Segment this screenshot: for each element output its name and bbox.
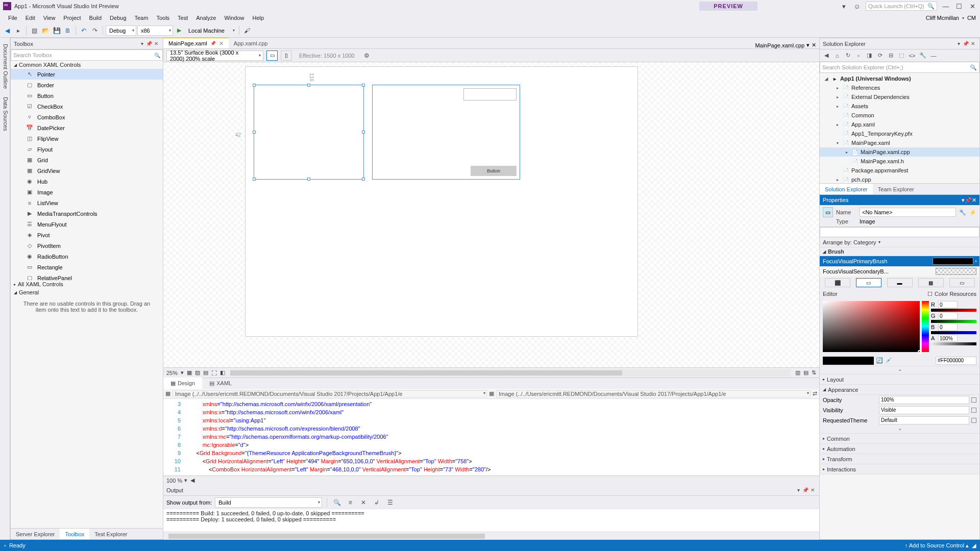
close-button[interactable]: ✕ (968, 3, 977, 10)
toolbox-group-common[interactable]: ◢Common XAML Controls (11, 61, 163, 69)
doc-tab-appxaml[interactable]: App.xaml.cpp (229, 37, 273, 48)
output-source-dropdown[interactable]: Build (215, 497, 322, 508)
find-icon[interactable]: 🔍 (332, 497, 342, 508)
code-icon[interactable]: <> (908, 51, 917, 60)
toolbox-item-button[interactable]: ▭Button (11, 90, 163, 101)
tab-document-outline[interactable]: Document Outline (0, 41, 10, 92)
color-picker[interactable]: R G B A (820, 299, 979, 355)
resource-tab[interactable]: ▭ (949, 278, 975, 287)
brush-category[interactable]: ◢Brush (820, 247, 979, 256)
close-icon[interactable]: ✕ (809, 487, 816, 493)
tab-test-explorer[interactable]: Test Explorer (89, 529, 132, 539)
zoom-value[interactable]: 25% (166, 370, 178, 376)
toolbox-group-all[interactable]: ▸All XAML Controls (11, 280, 163, 288)
toolbox-item-combobox[interactable]: ▿ComboBox (11, 112, 163, 122)
clear-icon[interactable]: ✕ (358, 497, 369, 508)
tab-solution-explorer[interactable]: Solution Explorer (820, 184, 873, 194)
tree-item[interactable]: 📄App1_TemporaryKey.pfx (820, 129, 979, 138)
properties-search-input[interactable] (820, 227, 979, 237)
tree-item[interactable]: 📄Package.appxmanifest (820, 166, 979, 175)
tree-item[interactable]: ▾📄MainPage.xaml (820, 138, 979, 147)
resize-grip-icon[interactable]: ◢ (972, 542, 976, 549)
toolbox-item-listview[interactable]: ≡ListView (11, 197, 163, 208)
new-icon[interactable]: ▫ (854, 51, 863, 60)
solid-tab[interactable]: ▭ (856, 278, 881, 287)
close-icon[interactable]: ✕ (972, 197, 976, 204)
snap-icon[interactable]: ▤ (203, 369, 208, 376)
color-square[interactable] (823, 301, 920, 352)
tree-item[interactable]: ▸📄External Dependencies (820, 92, 979, 102)
grid-icon[interactable]: ▦ (187, 369, 192, 376)
nav-back-icon[interactable]: ◀ (2, 26, 12, 36)
menu-team[interactable]: Team (131, 15, 153, 21)
expand-toggle[interactable]: ⌄ (820, 366, 979, 374)
pin-icon[interactable]: 📌 (962, 41, 969, 46)
redo-icon[interactable]: ↷ (90, 26, 100, 36)
toolbox-item-flipview[interactable]: ◫FlipView (11, 133, 163, 144)
sync-icon[interactable]: ⇄ (813, 390, 817, 397)
undo-icon[interactable]: ↶ (79, 26, 89, 36)
save-all-icon[interactable]: 🗎 (63, 26, 73, 36)
a-input[interactable] (938, 335, 958, 342)
show-icon[interactable]: ◨ (865, 51, 874, 60)
theme-dropdown[interactable] (879, 416, 969, 424)
interactions-category[interactable]: ▸Interactions (820, 464, 979, 474)
source-control-button[interactable]: ↑ Add to Source Control ▴ (905, 542, 969, 549)
toolbox-item-pivot[interactable]: ◈Pivot (11, 230, 163, 240)
run-target-dropdown[interactable]: Local Machine (185, 26, 236, 36)
wrap-icon[interactable]: ↲ (372, 497, 382, 508)
transform-category[interactable]: ▸Transform (820, 454, 979, 464)
tree-item[interactable]: 📄Common (820, 111, 979, 120)
toolbox-item-rectangle[interactable]: ▭Rectangle (11, 262, 163, 272)
dropdown-icon[interactable]: ▾ (955, 41, 962, 46)
close-icon[interactable]: ✕ (969, 41, 976, 46)
dropdown-icon[interactable]: ▾ (806, 42, 810, 48)
menu-debug[interactable]: Debug (106, 15, 130, 21)
back-icon[interactable]: ◀ (822, 51, 831, 60)
name-input[interactable] (860, 208, 956, 217)
menu-analyze[interactable]: Analyze (192, 15, 220, 21)
nav-fwd-icon[interactable]: ▸ (13, 26, 23, 36)
arrange-by-dropdown[interactable]: Arrange by: Category▾ (820, 237, 979, 247)
toolbox-search-input[interactable]: Search Toolbox (11, 49, 163, 61)
user-name[interactable]: Cliff Mcmillan (926, 15, 959, 21)
hex-input[interactable] (936, 357, 976, 365)
doc-tab-right[interactable]: MainPage.xaml.cpp (755, 42, 804, 48)
close-icon[interactable]: ✕ (153, 41, 160, 46)
quick-launch-input[interactable]: Quick Launch (Ctrl+Q)🔍 (866, 2, 937, 11)
collapse-icon[interactable]: ⊟ (886, 51, 895, 60)
common-category[interactable]: ▸Common (820, 434, 979, 444)
brush-primary-row[interactable]: FocusVisualPrimaryBrush (820, 256, 979, 266)
tree-root[interactable]: ◢▸App1 (Universal Windows) (820, 74, 979, 83)
tab-data-sources[interactable]: Data Sources (0, 94, 10, 134)
menu-edit[interactable]: Edit (21, 15, 39, 21)
goto-icon[interactable]: ≡ (345, 497, 355, 508)
designer-surface[interactable]: 116 42 Button (163, 62, 819, 367)
menu-test[interactable]: Test (174, 15, 192, 21)
toolbox-item-datepicker[interactable]: 📅DatePicker (11, 122, 163, 133)
tile-tab[interactable]: ▦ (918, 278, 944, 287)
toolbox-item-radiobutton[interactable]: ◉RadioButton (11, 251, 163, 262)
design-grid-element[interactable]: Button (372, 85, 520, 180)
toolbox-item-pointer[interactable]: ↖Pointer (11, 69, 163, 80)
toolbox-item-checkbox[interactable]: ☑CheckBox (11, 101, 163, 112)
grid2-icon[interactable]: ▨ (195, 369, 200, 376)
design-image-element[interactable] (254, 85, 364, 180)
save-icon[interactable]: 💾 (52, 26, 62, 36)
menu-view[interactable]: View (39, 15, 60, 21)
maximize-button[interactable]: ☐ (954, 3, 964, 10)
solution-tree[interactable]: ◢▸App1 (Universal Windows)▸📄References▸📄… (820, 73, 979, 183)
wrench-icon[interactable]: 🔧 (959, 209, 966, 216)
automation-category[interactable]: ▸Automation (820, 444, 979, 454)
menu-tools[interactable]: Tools (152, 15, 174, 21)
swap-icon[interactable]: ⇅ (812, 369, 816, 376)
toolbox-item-hub[interactable]: ◉Hub (11, 176, 163, 187)
tree-item[interactable]: ▸📄pch.cpp (820, 175, 979, 183)
opacity-input[interactable] (879, 396, 969, 404)
tree-item[interactable]: ▸📄References (820, 83, 979, 92)
pin-icon[interactable]: 📌 (210, 41, 216, 46)
tree-item[interactable]: 📄MainPage.xaml.h (820, 157, 979, 166)
pin-icon[interactable]: 📌 (145, 41, 153, 46)
layout-category[interactable]: ▸Layout (820, 374, 979, 385)
toolbox-item-border[interactable]: ▢Border (11, 80, 163, 90)
